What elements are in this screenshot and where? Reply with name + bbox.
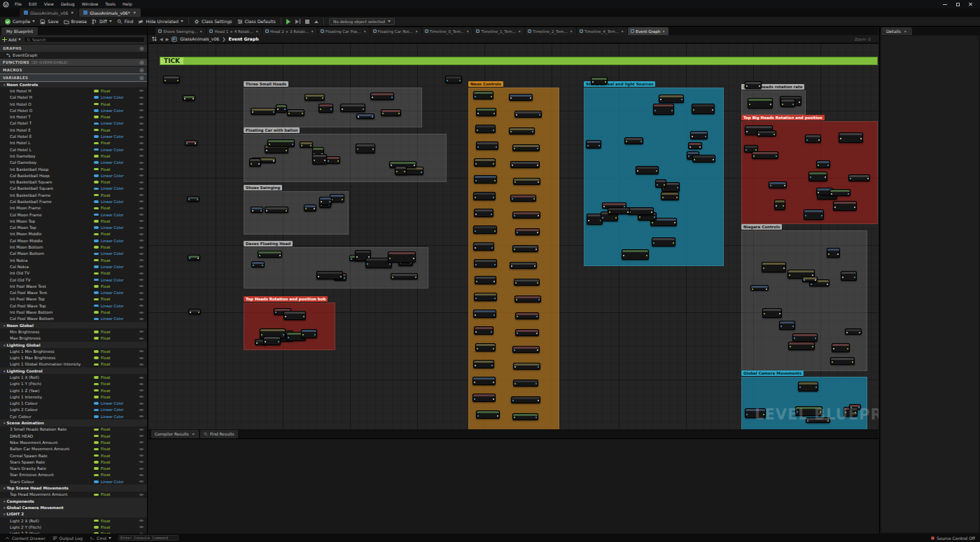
graph-node[interactable]	[475, 343, 496, 352]
graph-node[interactable]	[476, 410, 500, 419]
graph-node[interactable]	[326, 156, 340, 164]
comment-box[interactable]: Global Camera Movements	[741, 370, 867, 429]
eye-icon[interactable]	[136, 493, 144, 496]
variable-category[interactable]: ▾Lighting Control	[0, 368, 147, 374]
graph-node[interactable]	[830, 357, 855, 364]
graph-node[interactable]	[515, 329, 539, 336]
variable-row[interactable]: Int Hotel LFloat	[0, 140, 147, 146]
eye-icon[interactable]	[136, 200, 144, 203]
console-command-box[interactable]	[118, 535, 178, 541]
variable-row[interactable]: Cereal Spawn RateFloat	[0, 452, 147, 459]
graph-node[interactable]	[757, 130, 776, 137]
graph-node[interactable]	[514, 279, 540, 286]
variable-category[interactable]: ▾Neon Global	[0, 322, 147, 328]
close-icon[interactable]	[192, 433, 194, 435]
graph-node[interactable]	[512, 144, 540, 151]
graph-node[interactable]	[653, 104, 674, 115]
close-icon[interactable]	[415, 30, 417, 32]
chevron-down-icon[interactable]	[109, 20, 112, 22]
graph-node[interactable]	[748, 98, 773, 109]
variable-row[interactable]: Int Basketball HoopFloat	[0, 166, 147, 172]
graph-node[interactable]	[510, 195, 536, 202]
graph-node[interactable]	[473, 225, 497, 234]
graph-node[interactable]	[845, 328, 862, 335]
variable-row[interactable]: Int Pool Wave TopFloat	[0, 296, 147, 303]
variable-row[interactable]: Int Basketball SquareFloat	[0, 179, 147, 185]
eye-icon[interactable]	[136, 193, 144, 197]
add-macro-icon[interactable]	[139, 68, 144, 73]
eye-icon[interactable]	[136, 330, 144, 333]
graph-node[interactable]	[841, 271, 858, 281]
eye-icon[interactable]	[136, 239, 144, 242]
graph-node[interactable]	[779, 321, 795, 330]
eye-icon[interactable]	[136, 174, 144, 177]
variable-row[interactable]: Light 1 Min BrightnessFloat	[0, 348, 147, 354]
eye-icon[interactable]	[136, 219, 144, 223]
comment-box[interactable]: Stars, Cereal and light Sources	[584, 81, 724, 266]
variable-row[interactable]: Int Hotel HFloat	[0, 88, 147, 94]
asset-tab[interactable]: GlassAnimals_v06*	[79, 8, 140, 17]
console-command-input[interactable]	[120, 536, 176, 540]
eye-icon[interactable]	[136, 291, 144, 295]
graph-node[interactable]	[690, 131, 708, 140]
eye-icon[interactable]	[136, 349, 144, 353]
menu-window[interactable]: Window	[78, 0, 102, 8]
eye-icon[interactable]	[136, 460, 144, 464]
eye-icon[interactable]	[136, 311, 144, 314]
graph-node[interactable]	[688, 142, 702, 149]
eye-icon[interactable]	[136, 258, 144, 262]
graph-node[interactable]	[514, 296, 541, 303]
search-input[interactable]	[32, 38, 142, 42]
graph-node[interactable]	[395, 166, 407, 175]
graph-node[interactable]	[628, 207, 654, 216]
eye-icon[interactable]	[136, 232, 144, 236]
graph-node[interactable]	[474, 175, 498, 183]
graph-node[interactable]	[802, 277, 818, 282]
variable-row[interactable]: Cyc ColourLinear Color	[0, 413, 147, 419]
eye-icon[interactable]	[136, 298, 144, 301]
eye-icon[interactable]	[136, 135, 144, 139]
menu-help[interactable]: Help	[119, 0, 136, 8]
menu-view[interactable]: View	[41, 0, 57, 8]
graph-node[interactable]	[780, 99, 795, 106]
variable-row[interactable]: Stars ColourLinear Color	[0, 478, 147, 485]
graph-node[interactable]	[304, 94, 325, 101]
variable-row[interactable]: Col Pool Wave TopLinear Color	[0, 303, 147, 309]
eye-icon[interactable]	[136, 246, 144, 249]
graph-node[interactable]	[839, 132, 863, 143]
eye-icon[interactable]	[136, 141, 144, 145]
play-button[interactable]	[286, 19, 290, 25]
section-functions[interactable]: FUNCTIONS (20 OVERRIDABLE)	[0, 59, 147, 66]
eye-icon[interactable]	[136, 519, 144, 522]
graph-node[interactable]	[267, 139, 295, 147]
sidebar-item-eventgraph[interactable]: EventGraph	[0, 52, 147, 58]
graph-node[interactable]	[265, 207, 288, 214]
doc-tab[interactable]: Timeline_2_Tem...	[525, 27, 576, 35]
graph-node[interactable]	[251, 261, 265, 267]
graph-node[interactable]	[512, 346, 540, 353]
menu-tools[interactable]: Tools	[102, 0, 119, 8]
section-variables[interactable]: VARIABLES	[0, 74, 147, 81]
diff-button[interactable]: Diff	[92, 19, 112, 25]
graph-node[interactable]	[636, 166, 659, 174]
eye-icon[interactable]	[136, 415, 144, 418]
eye-icon[interactable]	[136, 181, 144, 184]
graph-node[interactable]	[472, 394, 496, 402]
variable-row[interactable]: Col Basketball SquareLinear Color	[0, 186, 147, 192]
graph-node[interactable]	[258, 251, 282, 258]
variable-row[interactable]: Int Moon TopFloat	[0, 218, 147, 224]
graph-node[interactable]	[301, 329, 317, 338]
eye-icon[interactable]	[136, 272, 144, 275]
graph-node[interactable]	[472, 377, 496, 385]
eye-icon[interactable]	[136, 356, 144, 360]
add-graph-icon[interactable]	[139, 46, 144, 51]
graph-node[interactable]	[391, 273, 418, 279]
graph-node[interactable]	[745, 408, 766, 418]
variable-row[interactable]: Col Moon MiddleLinear Color	[0, 237, 147, 244]
graph-node[interactable]	[510, 262, 537, 269]
variable-row[interactable]: Max BrightnessFloat	[0, 335, 147, 342]
graph-node[interactable]	[652, 237, 676, 246]
eye-icon[interactable]	[136, 187, 144, 190]
graph-node[interactable]	[513, 363, 540, 370]
variable-row[interactable]: Light 1 ColourLinear Color	[0, 401, 147, 407]
